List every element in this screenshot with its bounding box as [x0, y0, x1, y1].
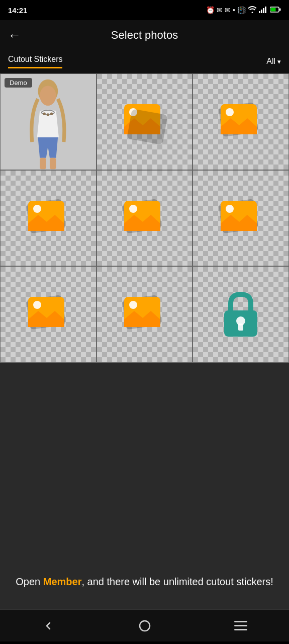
signal-icon — [259, 6, 268, 15]
nav-bar — [0, 609, 289, 641]
mail-icon-1: ✉ — [217, 6, 223, 14]
demo-figure — [1, 74, 96, 170]
back-button[interactable]: ← — [8, 28, 21, 43]
filter-dropdown[interactable]: All ▾ — [266, 57, 281, 66]
nav-back-button[interactable] — [0, 620, 97, 632]
nav-home-button[interactable] — [97, 620, 193, 632]
svg-rect-6 — [279, 9, 281, 11]
photo-grid: Demo — [0, 73, 289, 363]
battery-icon — [270, 6, 281, 14]
dot-icon: • — [233, 6, 235, 14]
svg-point-38 — [129, 301, 137, 309]
status-icons: ⏰ ✉ ✉ • 📳 — [206, 6, 281, 15]
member-text-after: , and there will be unlimited cutout sti… — [81, 576, 273, 587]
svg-rect-43 — [234, 621, 247, 622]
wifi-icon — [248, 6, 257, 15]
svg-rect-17 — [50, 158, 56, 170]
mail-icon-2: ✉ — [225, 6, 231, 14]
grid-cell-3[interactable] — [192, 73, 289, 170]
grid-cell-5[interactable] — [97, 170, 193, 267]
nav-menu-button[interactable] — [192, 621, 289, 631]
status-time: 14:21 — [8, 6, 27, 15]
tab-bar: Cutout Stickers All ▾ — [0, 50, 289, 73]
svg-point-15 — [50, 113, 53, 115]
demo-badge: Demo — [5, 78, 32, 88]
grid-cell-6[interactable] — [192, 170, 289, 267]
svg-rect-1 — [261, 10, 262, 13]
svg-point-13 — [43, 113, 46, 115]
svg-point-35 — [33, 301, 41, 309]
grid-cell-8[interactable] — [97, 266, 193, 363]
svg-point-29 — [129, 205, 137, 213]
grid-cell-2[interactable] — [97, 73, 193, 170]
svg-point-26 — [33, 205, 41, 213]
filter-label: All — [266, 57, 275, 66]
svg-rect-0 — [259, 11, 260, 13]
image-placeholder — [97, 267, 192, 362]
grid-cell-demo[interactable]: Demo — [0, 73, 97, 170]
grid-cell-lock[interactable] — [192, 266, 289, 363]
svg-rect-20 — [127, 109, 167, 144]
svg-rect-5 — [271, 8, 276, 12]
vibrate-icon: 📳 — [237, 6, 246, 14]
svg-rect-2 — [263, 8, 264, 13]
svg-rect-44 — [234, 625, 247, 626]
svg-rect-16 — [40, 158, 47, 170]
image-placeholder — [97, 171, 192, 266]
image-placeholder — [1, 171, 96, 266]
bottom-section: Open Member, and there will be unlimited… — [0, 363, 289, 609]
cutout-stickers-tab[interactable]: Cutout Stickers — [8, 55, 62, 68]
image-placeholder — [1, 267, 96, 362]
svg-rect-45 — [234, 629, 247, 630]
lock-icon — [193, 267, 288, 362]
grid-cell-7[interactable] — [0, 266, 97, 363]
svg-point-14 — [47, 114, 49, 116]
page-title: Select photos — [111, 29, 178, 42]
svg-point-32 — [226, 205, 234, 213]
svg-point-42 — [140, 621, 150, 631]
grid-cell-4[interactable] — [0, 170, 97, 267]
image-placeholder — [193, 74, 288, 170]
alarm-icon: ⏰ — [206, 6, 215, 14]
status-bar: 14:21 ⏰ ✉ ✉ • 📳 — [0, 0, 289, 20]
image-placeholder — [97, 74, 192, 170]
svg-rect-3 — [265, 7, 266, 13]
svg-rect-41 — [238, 324, 243, 331]
member-promo-text: Open Member, and there will be unlimited… — [1, 574, 288, 589]
member-link[interactable]: Member — [43, 576, 82, 587]
member-text-before: Open — [16, 576, 43, 587]
svg-point-23 — [226, 108, 234, 116]
chevron-down-icon: ▾ — [277, 58, 281, 65]
svg-point-11 — [40, 86, 56, 106]
image-placeholder — [193, 171, 288, 266]
header: ← Select photos — [0, 20, 289, 50]
